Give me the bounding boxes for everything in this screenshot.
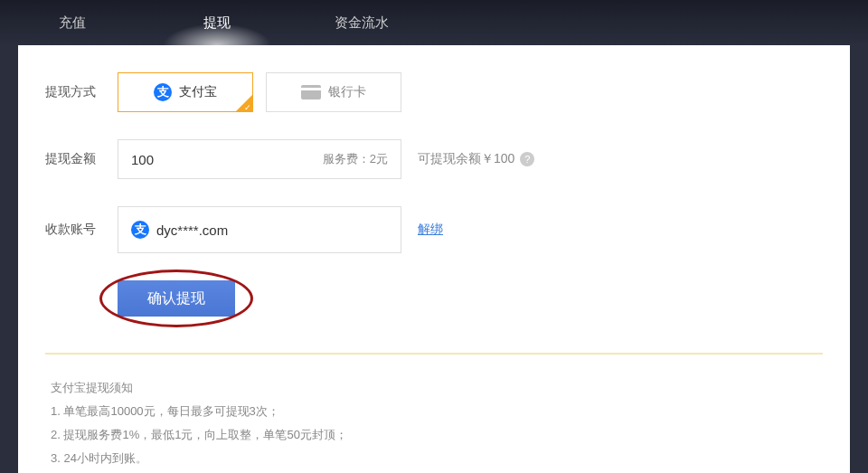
- account-label: 收款账号: [45, 222, 118, 238]
- balance-text: 可提现余额￥100 ?: [418, 151, 534, 167]
- balance-value: 可提现余额￥100: [418, 151, 514, 167]
- method-alipay-label: 支付宝: [179, 84, 217, 100]
- alipay-icon: 支: [131, 221, 149, 239]
- tab-withdraw[interactable]: 提现: [145, 0, 289, 45]
- alipay-icon: 支: [154, 83, 172, 101]
- tab-recharge[interactable]: 充值: [0, 0, 145, 45]
- amount-box: 服务费：2元: [118, 139, 401, 179]
- notice-title: 支付宝提现须知: [51, 376, 817, 400]
- account-box: 支 dyc****.com: [118, 206, 401, 253]
- submit-row: 确认提现: [118, 280, 823, 317]
- tab-label: 充值: [59, 14, 86, 32]
- notice-line: 3. 24小时内到账。: [51, 447, 817, 470]
- notice-box: 支付宝提现须知 1. 单笔最高10000元，每日最多可提现3次； 2. 提现服务…: [45, 353, 823, 470]
- unbind-link[interactable]: 解绑: [418, 222, 443, 238]
- page: 充值 提现 资金流水 提现方式 支 支付宝 银行卡 提现金额: [0, 0, 868, 473]
- row-account: 收款账号 支 dyc****.com 解绑: [45, 206, 823, 253]
- amount-input[interactable]: [131, 152, 240, 167]
- bankcard-icon: [301, 85, 321, 99]
- tab-label: 资金流水: [335, 14, 389, 32]
- method-alipay[interactable]: 支 支付宝: [118, 72, 253, 112]
- method-options: 支 支付宝 银行卡: [118, 72, 401, 112]
- tab-bar: 充值 提现 资金流水: [0, 0, 868, 45]
- fee-text: 服务费：2元: [323, 151, 388, 167]
- confirm-label: 确认提现: [147, 289, 205, 308]
- confirm-withdraw-button[interactable]: 确认提现: [118, 280, 235, 317]
- amount-label: 提现金额: [45, 151, 118, 167]
- method-bankcard-label: 银行卡: [328, 84, 366, 100]
- row-amount: 提现金额 服务费：2元 可提现余额￥100 ?: [45, 139, 823, 179]
- tab-transactions[interactable]: 资金流水: [289, 0, 434, 45]
- help-icon[interactable]: ?: [520, 152, 534, 166]
- notice-line: 1. 单笔最高10000元，每日最多可提现3次；: [51, 400, 817, 423]
- tab-label: 提现: [203, 14, 231, 32]
- method-label: 提现方式: [45, 84, 118, 100]
- row-method: 提现方式 支 支付宝 银行卡: [45, 72, 823, 112]
- account-value: dyc****.com: [156, 222, 228, 238]
- notice-line: 2. 提现服务费1%，最低1元，向上取整，单笔50元封顶；: [51, 423, 817, 447]
- content-panel: 提现方式 支 支付宝 银行卡 提现金额 服务费：2元 可提现余额￥100 ?: [18, 45, 850, 473]
- method-bankcard[interactable]: 银行卡: [266, 72, 401, 112]
